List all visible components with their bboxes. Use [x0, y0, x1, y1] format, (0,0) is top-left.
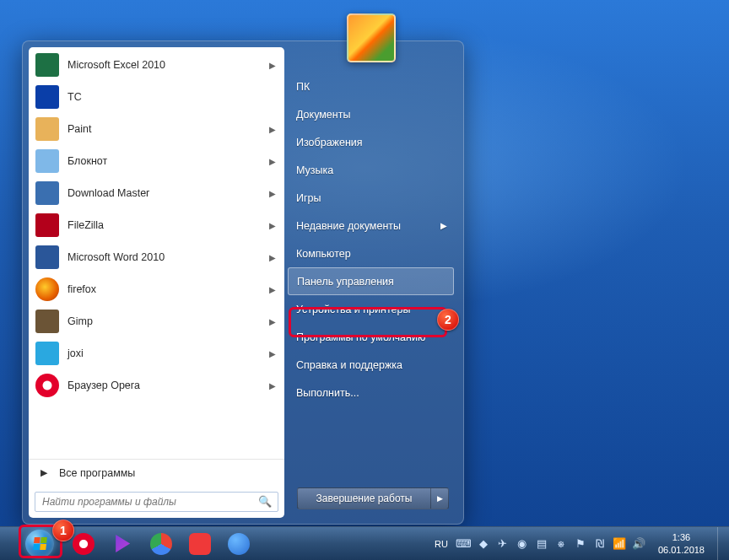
program-label: Microsoft Excel 2010 [68, 59, 165, 71]
chrome-icon [150, 533, 172, 555]
taskbar-pinned [66, 530, 256, 557]
tray-app-icon[interactable]: ▤ [535, 537, 548, 551]
right-item-label: Панель управления [297, 276, 394, 288]
program-list: Microsoft Excel 2010▶TCPaint▶Блокнот▶Dow… [29, 47, 284, 459]
taskbar-clock[interactable]: 1:36 06.01.2018 [658, 531, 705, 557]
right-item-11[interactable]: Выполнить... [284, 379, 457, 407]
right-item-9[interactable]: Программы по умолчанию [284, 323, 457, 351]
submenu-arrow-icon: ▶ [269, 189, 276, 198]
program-item-dm[interactable]: Download Master▶ [30, 177, 283, 209]
program-item-opera[interactable]: Браузер Opera▶ [30, 369, 283, 401]
right-item-label: ПК [296, 81, 310, 93]
network-icon[interactable]: ₪ [593, 537, 607, 551]
program-item-tc[interactable]: TC [30, 81, 283, 113]
right-item-8[interactable]: Устройства и принтеры [284, 295, 457, 323]
all-programs-label: Все программы [59, 467, 135, 479]
clock-time: 1:36 [658, 531, 705, 544]
taskbar-vivaldi[interactable] [182, 530, 218, 557]
right-item-2[interactable]: Изображения [284, 128, 457, 156]
word-icon [35, 245, 59, 269]
right-item-3[interactable]: Музыка [284, 156, 457, 184]
annotation-badge: 1 [52, 520, 74, 541]
right-item-1[interactable]: Документы [284, 100, 457, 128]
opera-icon [73, 533, 94, 555]
shutdown-group: Завершение работы ▶ [297, 487, 449, 509]
program-item-word[interactable]: Microsoft Word 2010▶ [30, 241, 283, 273]
opera-icon [35, 374, 59, 397]
taskbar-maxthon[interactable] [221, 530, 256, 557]
start-menu-left-pane: Microsoft Excel 2010▶TCPaint▶Блокнот▶Dow… [29, 47, 284, 518]
system-tray: RU ⌨ ◆ ✈ ◉ ▤ ⎈ ⚑ ₪ 📶 🔊 1:36 06.01.2018 [431, 527, 726, 561]
program-label: joxi [68, 347, 84, 359]
taskbar-chrome[interactable] [143, 530, 179, 557]
language-indicator[interactable]: RU [431, 537, 451, 551]
right-item-label: Документы [296, 109, 350, 121]
volume-icon[interactable]: 🔊 [632, 537, 645, 551]
annotation-badge: 2 [437, 309, 459, 331]
program-item-excel[interactable]: Microsoft Excel 2010▶ [30, 49, 283, 81]
right-item-label: Игры [296, 192, 321, 204]
program-label: Microsoft Word 2010 [68, 251, 165, 263]
search-input[interactable] [35, 492, 278, 512]
submenu-arrow-icon: ▶ [440, 221, 447, 230]
submenu-arrow-icon: ▶ [269, 61, 276, 70]
program-item-notepad[interactable]: Блокнот▶ [30, 145, 283, 177]
program-label: Download Master [68, 187, 149, 199]
paint-icon [35, 117, 59, 141]
firefox-icon [35, 277, 59, 301]
tc-icon [35, 85, 59, 109]
tray-app-icon[interactable]: ◆ [477, 537, 490, 551]
search-container: 🔍 [29, 486, 284, 518]
submenu-arrow-icon: ▶ [269, 285, 276, 294]
submenu-arrow-icon: ▶ [269, 157, 276, 166]
chevron-right-icon: ▶ [40, 467, 47, 478]
right-item-5[interactable]: Недавние документы▶ [284, 212, 457, 240]
action-center-icon[interactable]: ⚑ [574, 537, 587, 551]
excel-icon [35, 53, 59, 77]
tray-app-icon[interactable]: ◉ [516, 537, 529, 551]
right-item-7[interactable]: Панель управления [288, 267, 454, 295]
tray-app-icon[interactable]: ✈ [496, 537, 510, 551]
right-item-label: Выполнить... [296, 387, 359, 399]
right-item-label: Изображения [296, 137, 363, 148]
maxthon-icon [228, 533, 250, 555]
network-icon[interactable]: 📶 [613, 537, 626, 551]
tray-app-icon[interactable]: ⎈ [554, 537, 568, 551]
program-item-firefox[interactable]: firefox▶ [30, 273, 283, 305]
program-item-gimp[interactable]: Gimp▶ [30, 305, 283, 337]
right-item-4[interactable]: Игры [284, 184, 457, 212]
program-item-paint[interactable]: Paint▶ [30, 113, 283, 145]
submenu-arrow-icon: ▶ [269, 221, 276, 230]
program-label: FileZilla [68, 219, 104, 231]
submenu-arrow-icon: ▶ [269, 381, 276, 390]
all-programs[interactable]: ▶ Все программы [29, 459, 284, 486]
right-item-label: Справка и поддержка [296, 359, 402, 371]
tray-icons: ⌨ ◆ ✈ ◉ ▤ ⎈ ⚑ ₪ 📶 🔊 [457, 537, 645, 551]
submenu-arrow-icon: ▶ [269, 125, 276, 134]
right-item-0[interactable]: ПК [284, 73, 457, 100]
filezilla-icon [35, 213, 59, 237]
right-item-6[interactable]: Компьютер [284, 240, 457, 267]
taskbar: RU ⌨ ◆ ✈ ◉ ▤ ⎈ ⚑ ₪ 📶 🔊 1:36 06.01.2018 [0, 526, 729, 560]
keyboard-icon[interactable]: ⌨ [457, 537, 471, 551]
right-item-label: Программы по умолчанию [296, 331, 425, 343]
right-item-label: Устройства и принтеры [296, 304, 410, 315]
shutdown-options-button[interactable]: ▶ [430, 487, 449, 509]
right-link-list: ПКДокументыИзображенияМузыкаИгрыНедавние… [284, 73, 457, 481]
shutdown-button[interactable]: Завершение работы [297, 487, 430, 509]
program-label: firefox [68, 283, 96, 295]
right-item-label: Музыка [296, 164, 333, 176]
taskbar-media[interactable] [105, 530, 140, 557]
show-desktop-button[interactable] [717, 527, 726, 561]
program-label: Paint [68, 123, 92, 135]
joxi-icon [35, 342, 59, 365]
submenu-arrow-icon: ▶ [269, 349, 276, 358]
program-label: TC [68, 91, 82, 103]
dm-icon [35, 181, 59, 205]
program-item-filezilla[interactable]: FileZilla▶ [30, 209, 283, 241]
start-menu-right-pane: ПКДокументыИзображенияМузыкаИгрыНедавние… [284, 47, 457, 518]
windows-logo-icon [25, 530, 54, 558]
right-item-10[interactable]: Справка и поддержка [284, 351, 457, 379]
user-picture[interactable] [347, 13, 396, 62]
program-item-joxi[interactable]: joxi▶ [30, 337, 283, 369]
